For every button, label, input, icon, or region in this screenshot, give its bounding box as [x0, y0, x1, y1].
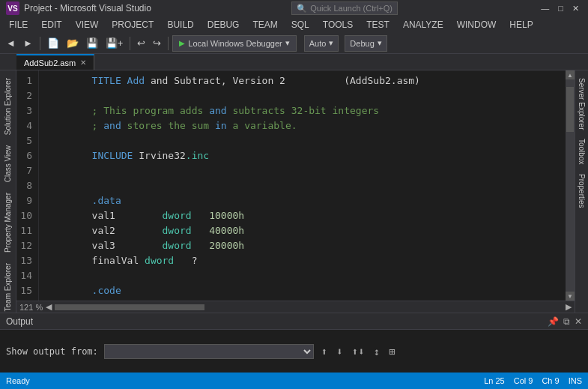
show-output-dropdown[interactable]	[104, 344, 314, 359]
title-left: VS Project - Microsoft Visual Studio	[6, 1, 151, 15]
menu-window[interactable]: WINDOW	[451, 18, 503, 31]
line-numbers: 12345678910111213141516	[16, 70, 39, 301]
toolbar-separator-1	[40, 37, 40, 50]
config-label: Auto	[309, 39, 327, 48]
menu-team[interactable]: TEAM	[246, 18, 283, 31]
code-content[interactable]: TITLE Add and Subtract, Version 2 (AddSu…	[39, 70, 566, 301]
code-editor[interactable]: 12345678910111213141516 TITLE Add and Su…	[16, 70, 575, 313]
platform-dropdown-icon: ▾	[378, 38, 382, 48]
tab-close-icon[interactable]: ✕	[80, 58, 86, 67]
vs-logo-icon: VS	[6, 1, 19, 15]
quick-launch-search[interactable]: 🔍 Quick Launch (Ctrl+Q)	[291, 1, 398, 15]
quick-launch-placeholder: Quick Launch (Ctrl+Q)	[310, 4, 392, 13]
status-bar: Ready Ln 25 Col 9 Ch 9 INS	[0, 373, 588, 389]
output-pin-icon[interactable]: 📌	[548, 316, 559, 327]
config-dropdown-icon: ▾	[329, 38, 333, 48]
save-all-button[interactable]: 💾+	[103, 36, 127, 50]
save-button[interactable]: 💾	[83, 36, 101, 50]
output-close-icon[interactable]: ✕	[575, 316, 582, 327]
menu-analyze[interactable]: ANALYZE	[397, 18, 449, 31]
menu-test[interactable]: TEST	[360, 18, 395, 31]
vertical-scrollbar[interactable]: ▲ ▼	[566, 70, 575, 301]
config-dropdown[interactable]: Auto ▾	[304, 35, 339, 52]
status-ln: Ln 25	[484, 376, 505, 385]
output-tool-3[interactable]: ⬆⬇	[351, 346, 366, 358]
content-wrapper: Solution Explorer Class View Property Ma…	[0, 70, 588, 313]
play-icon: ▶	[179, 39, 185, 47]
output-body: Show output from: ⬆ ⬇ ⬆⬇ ↕ ⊞	[0, 330, 588, 373]
status-ins: INS	[569, 376, 582, 385]
output-tool-2[interactable]: ⬇	[335, 346, 344, 358]
window-controls: — □ ✕	[538, 4, 582, 13]
zoom-level: 121 %	[19, 303, 43, 312]
menu-sql[interactable]: SQL	[285, 18, 315, 31]
status-right: Ln 25 Col 9 Ch 9 INS	[484, 376, 582, 385]
sidebar-server-explorer[interactable]: Server Explorer	[576, 73, 587, 134]
search-icon: 🔍	[297, 4, 307, 13]
toolbar: ◄ ► 📄 📂 💾 💾+ ↩ ↪ ▶ Local Windows Debugge…	[0, 33, 588, 54]
redo-button[interactable]: ↪	[150, 36, 164, 50]
editor-section: AddSub2.asm ✕ Solution Explorer Class Vi…	[0, 54, 588, 373]
platform-label: Debug	[350, 39, 374, 48]
debugger-dropdown-icon: ▾	[285, 38, 290, 48]
scroll-up-button[interactable]: ▲	[566, 70, 575, 79]
status-left: Ready	[6, 376, 30, 385]
output-controls: 📌 ⧉ ✕	[548, 316, 582, 327]
close-button[interactable]: ✕	[569, 4, 582, 13]
scroll-left-button[interactable]: ◀	[46, 302, 52, 312]
toolbar-separator-3	[168, 37, 169, 50]
output-title: Output	[6, 316, 33, 327]
output-float-icon[interactable]: ⧉	[563, 316, 570, 327]
menu-build[interactable]: BUILD	[161, 18, 199, 31]
sidebar-property-manager[interactable]: Property Manager	[2, 188, 13, 257]
back-button[interactable]: ◄	[3, 36, 19, 50]
status-ready: Ready	[6, 376, 30, 385]
forward-button[interactable]: ►	[20, 36, 36, 50]
maximize-button[interactable]: □	[555, 4, 566, 13]
scroll-right-button[interactable]: ▶	[566, 302, 572, 312]
tab-bar: AddSub2.asm ✕	[0, 54, 588, 70]
toolbar-separator-2	[130, 37, 130, 50]
new-file-button[interactable]: 📄	[44, 36, 62, 50]
output-tool-5[interactable]: ⊞	[387, 346, 396, 358]
scroll-thumb[interactable]	[566, 87, 574, 132]
menu-edit[interactable]: EDIT	[35, 18, 67, 31]
scroll-track[interactable]	[566, 79, 575, 292]
tab-label: AddSub2.asm	[24, 58, 76, 67]
tab-addsub2[interactable]: AddSub2.asm ✕	[16, 54, 94, 70]
output-header: Output 📌 ⧉ ✕	[0, 313, 588, 330]
menu-debug[interactable]: DEBUG	[201, 18, 246, 31]
status-ch: Ch 9	[542, 376, 559, 385]
start-debugger-button[interactable]: ▶ Local Windows Debugger ▾	[172, 35, 296, 52]
h-scroll-thumb[interactable]	[55, 304, 204, 310]
title-bar: VS Project - Microsoft Visual Studio 🔍 Q…	[0, 0, 588, 16]
menu-help[interactable]: HELP	[503, 18, 539, 31]
status-col: Col 9	[514, 376, 533, 385]
menu-bar: FILE EDIT VIEW PROJECT BUILD DEBUG TEAM …	[0, 16, 588, 33]
menu-project[interactable]: PROJECT	[106, 18, 160, 31]
minimize-button[interactable]: —	[538, 4, 552, 13]
debugger-label: Local Windows Debugger	[188, 39, 282, 48]
sidebar-class-view[interactable]: Class View	[2, 141, 13, 187]
app-title: Project - Microsoft Visual Studio	[24, 3, 151, 13]
sidebar-toolbox[interactable]: Toolbox	[576, 134, 587, 169]
menu-tools[interactable]: TOOLS	[317, 18, 359, 31]
show-output-label: Show output from:	[6, 346, 98, 357]
open-button[interactable]: 📂	[64, 36, 82, 50]
sidebar-solution-explorer[interactable]: Solution Explorer	[2, 73, 13, 139]
undo-button[interactable]: ↩	[134, 36, 148, 50]
app-window: VS Project - Microsoft Visual Studio 🔍 Q…	[0, 0, 588, 389]
scroll-down-button[interactable]: ▼	[566, 292, 575, 301]
platform-dropdown[interactable]: Debug ▾	[345, 35, 387, 52]
menu-view[interactable]: VIEW	[70, 18, 105, 31]
zoom-bar: 121 % ◀ ▶	[16, 301, 575, 313]
sidebar-properties[interactable]: Properties	[576, 169, 587, 213]
output-panel: Output 📌 ⧉ ✕ Show output from: ⬆ ⬇ ⬆⬇ ↕ …	[0, 313, 588, 373]
code-scroll-area: 12345678910111213141516 TITLE Add and Su…	[16, 70, 575, 301]
output-tool-1[interactable]: ⬆	[320, 346, 329, 358]
menu-file[interactable]: FILE	[3, 18, 34, 31]
sidebar-team-explorer[interactable]: Team Explorer	[2, 259, 13, 313]
left-sidebar: Solution Explorer Class View Property Ma…	[0, 70, 16, 313]
output-tool-4[interactable]: ↕	[372, 346, 381, 358]
right-sidebar: Server Explorer Toolbox Properties	[575, 70, 588, 313]
